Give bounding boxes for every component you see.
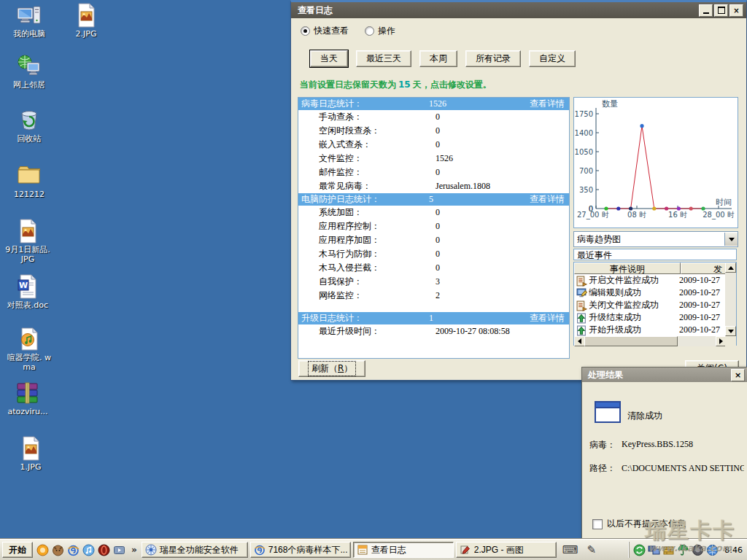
- event-row[interactable]: 开始升级成功2009-10-27: [574, 324, 736, 336]
- dont-remind-checkbox[interactable]: 以后不再提示本信息: [592, 518, 686, 530]
- task-button-瑞星全功能安全软件[interactable]: 瑞星全功能安全软件: [142, 542, 248, 558]
- desktop-icon-label: 1.JPG: [6, 462, 55, 472]
- event-date: 2009-10-27: [679, 287, 720, 299]
- view-details-link[interactable]: 查看详情: [530, 312, 569, 324]
- svg-text:700: 700: [579, 167, 593, 175]
- desktop-icon-9月1日新品. JPG[interactable]: 9月1日新品. JPG: [3, 219, 53, 264]
- chevron-down-icon[interactable]: [724, 233, 738, 246]
- stat-row: 嵌入式查杀：0: [298, 138, 569, 152]
- section-title: 升级日志统计：: [298, 312, 429, 324]
- desktop-icon-网上邻居[interactable]: 网上邻居: [4, 54, 54, 90]
- section-header: 升级日志统计：1查看详情: [298, 312, 569, 324]
- stat-row: 空闲时段查杀：0: [298, 124, 569, 138]
- event-text: 开始升级成功: [589, 324, 679, 336]
- desktop-icon-喧器学院. wma[interactable]: 喧器学院. wma: [4, 327, 54, 372]
- maxthon-icon[interactable]: [36, 544, 49, 556]
- media-folder-icon[interactable]: [113, 544, 125, 556]
- checkbox-box[interactable]: [592, 519, 603, 529]
- task-button-7168个病毒样本下...[interactable]: 7168个病毒样本下...: [250, 542, 351, 558]
- music-player-icon[interactable]: [82, 544, 95, 556]
- log-retention-notice[interactable]: 当前设置日志保留天数为15天，点击修改设置。: [300, 79, 492, 91]
- desktop-icon-121212[interactable]: 121212: [4, 163, 54, 199]
- retention-days: 15: [396, 79, 413, 90]
- scroll-up-button[interactable]: [725, 262, 736, 273]
- firewall-icon[interactable]: [662, 544, 675, 556]
- stat-label: 文件监控：: [298, 152, 436, 166]
- task-button-查看日志[interactable]: 查看日志: [353, 542, 454, 558]
- stat-label: 空闲时段查杀：: [298, 124, 436, 138]
- view-details-link[interactable]: 查看详情: [530, 98, 569, 110]
- stat-value: 0: [436, 247, 440, 261]
- dialog-close-button[interactable]: ×: [731, 369, 745, 381]
- desktop-icon-label: 2.JPG: [61, 29, 111, 39]
- start-button[interactable]: 开始: [2, 542, 33, 558]
- filter-button-自定义[interactable]: 自定义: [529, 50, 576, 67]
- events-col-description[interactable]: 事件说明: [574, 262, 681, 274]
- events-col-date[interactable]: 发: [681, 262, 726, 274]
- image-file-icon: [15, 219, 40, 244]
- event-row[interactable]: 关闭文件监控成功2009-10-27: [574, 299, 736, 311]
- hscroll-thumb[interactable]: [584, 336, 678, 346]
- radio-快速查看[interactable]: 快速查看: [301, 25, 349, 37]
- desktop-icon-2.JPG[interactable]: 2.JPG: [61, 3, 111, 39]
- chart-type-select[interactable]: 病毒趋势图: [573, 231, 738, 247]
- opera-icon[interactable]: [98, 544, 110, 556]
- desktop-icon-atozviru...[interactable]: atozviru...: [3, 381, 53, 416]
- stat-row: 网络监控：2: [298, 289, 569, 303]
- filter-button-最近三天[interactable]: 最近三天: [356, 50, 411, 67]
- events-rows: 开启文件监控成功2009-10-27编辑规则成功2009-10-27关闭文件监控…: [574, 274, 736, 336]
- minimize-button[interactable]: [699, 4, 713, 17]
- stat-value: 0: [436, 124, 440, 138]
- desktop-icon-我的电脑[interactable]: 我的电脑: [4, 3, 54, 39]
- svg-text:27_00 时: 27_00 时: [577, 211, 609, 219]
- scroll-down-button[interactable]: [725, 326, 736, 336]
- filter-button-所有记录[interactable]: 所有记录: [465, 50, 521, 67]
- update-icon[interactable]: [633, 544, 646, 556]
- scanner-icon[interactable]: [692, 544, 704, 556]
- refresh-label: 刷新（R）: [309, 362, 355, 376]
- pen-icon[interactable]: ✎: [587, 543, 596, 556]
- stat-row: 应用程序加固：0: [298, 233, 569, 247]
- network-monitor-icon[interactable]: [648, 544, 660, 556]
- ie-icon[interactable]: [67, 544, 80, 556]
- result-text: 清除成功: [627, 410, 662, 422]
- rising-umbrella-icon[interactable]: [677, 544, 689, 556]
- keyboard-icon[interactable]: ⌨: [562, 543, 578, 556]
- events-vertical-scrollbar[interactable]: [725, 262, 736, 336]
- desktop-icon-1.JPG[interactable]: 1.JPG: [6, 436, 55, 472]
- stat-label: 木马行为防御：: [298, 247, 436, 261]
- dialog-title: 处理结果: [588, 369, 623, 381]
- desktop-icon-label: 网上邻居: [4, 80, 54, 90]
- checkbox-label: 以后不再提示本信息: [607, 518, 686, 530]
- events-header-row: 事件说明 发: [574, 262, 736, 274]
- refresh-button[interactable]: 刷新（R）: [298, 360, 365, 377]
- desktop-icon-回收站[interactable]: 回收站: [4, 108, 54, 144]
- filter-button-当天[interactable]: 当天: [310, 50, 348, 67]
- rar-file-icon: [15, 381, 40, 405]
- event-row[interactable]: 编辑规则成功2009-10-27: [574, 287, 736, 299]
- event-row[interactable]: 升级结束成功2009-10-27: [574, 311, 736, 324]
- maximize-button[interactable]: [714, 4, 728, 17]
- window-file-icon: [595, 401, 621, 424]
- emule-icon[interactable]: [52, 544, 64, 556]
- task-button-2.JPG - 画图[interactable]: 2.JPG - 画图: [456, 542, 557, 558]
- view-details-link[interactable]: 查看详情: [530, 193, 569, 206]
- task-label: 2.JPG - 画图: [474, 544, 524, 556]
- close-button[interactable]: ×: [729, 4, 743, 17]
- desktop-icon-对照表.doc[interactable]: W对照表.doc: [3, 274, 53, 310]
- result-dialog: 处理结果 × 清除成功 病毒： KeyPress.BBS.1258 路径： C:…: [581, 367, 747, 540]
- radio-操作[interactable]: 操作: [365, 25, 395, 37]
- taskbar: 开始 » 瑞星全功能安全软件7168个病毒样本下...查看日志2.JPG - 画…: [0, 539, 747, 560]
- taskbar-clock[interactable]: 8:46: [724, 545, 743, 555]
- svg-text:1050: 1050: [575, 148, 593, 156]
- events-horizontal-scrollbar[interactable]: [574, 336, 727, 346]
- scroll-left-button[interactable]: [574, 336, 585, 346]
- toolbar-overflow-chevron[interactable]: »: [131, 545, 137, 555]
- svg-text:16 时: 16 时: [668, 211, 687, 219]
- globe-icon[interactable]: [706, 544, 719, 556]
- filter-button-本周[interactable]: 本周: [419, 50, 457, 67]
- scrollbar-corner: [725, 336, 736, 346]
- event-row[interactable]: 开启文件监控成功2009-10-27: [574, 274, 736, 287]
- edit-rule-icon: [576, 288, 587, 298]
- svg-text:数量: 数量: [602, 99, 618, 109]
